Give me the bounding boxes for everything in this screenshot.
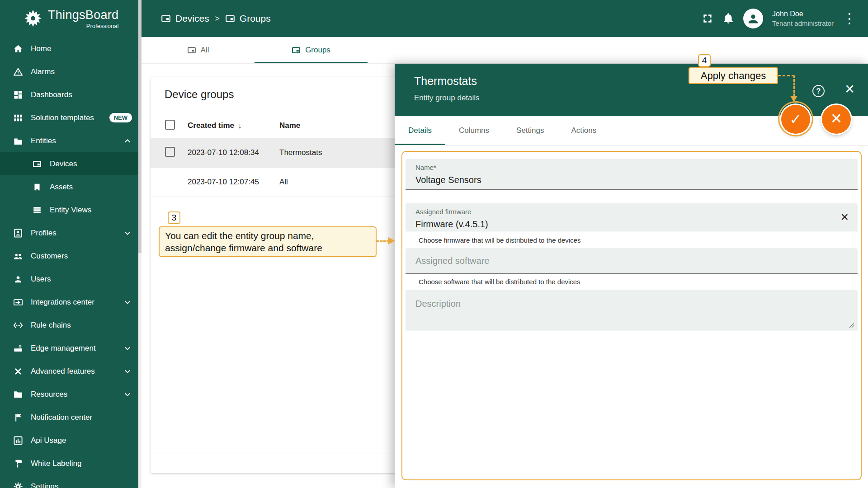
row-checkbox[interactable] xyxy=(165,147,175,157)
sidebar-item-label: Resources xyxy=(31,390,67,399)
tab-actions[interactable]: Actions xyxy=(558,116,610,145)
breadcrumb-groups[interactable]: Groups xyxy=(225,13,271,24)
assigned-firmware-field[interactable]: Assigned firmware Firmware (v.4.5.1) × xyxy=(406,203,858,232)
description-field[interactable]: Description xyxy=(406,290,858,331)
sidebar-item-dashboards[interactable]: Dashboards xyxy=(0,83,138,106)
sidebar-item-label: Notification center xyxy=(31,413,92,422)
user-block[interactable]: John Doe Tenant administrator xyxy=(772,9,834,28)
step-4-callout: Apply changes xyxy=(689,67,778,84)
notifications-bell-icon[interactable] xyxy=(722,13,734,24)
sidebar-item-integrations-center[interactable]: Integrations center xyxy=(0,291,138,314)
user-name: John Doe xyxy=(772,9,834,19)
step-4-connector-line-horizontal xyxy=(778,75,794,76)
edge-router-icon xyxy=(13,343,24,354)
sidebar-item-label: White Labeling xyxy=(31,459,81,468)
firmware-hint: Choose firmware that will be distributed… xyxy=(419,236,858,244)
select-all-checkbox[interactable] xyxy=(165,120,175,130)
sidebar-item-advanced-features[interactable]: Advanced features xyxy=(0,360,138,383)
sidebar-item-label: Dashboards xyxy=(31,90,72,99)
clear-firmware-icon[interactable]: × xyxy=(840,209,849,225)
tab-label: All xyxy=(201,46,209,55)
name-value: Voltage Sensors xyxy=(415,175,848,185)
profiles-icon xyxy=(13,228,24,239)
breadcrumb: Devices > Groups xyxy=(161,13,271,24)
description-placeholder: Description xyxy=(415,299,848,309)
sidebar-item-users[interactable]: Users xyxy=(0,267,138,291)
resize-handle[interactable] xyxy=(849,323,854,328)
assets-icon xyxy=(32,182,42,192)
drawer-subtitle: Entity group details xyxy=(414,94,868,103)
tab-details[interactable]: Details xyxy=(395,116,445,145)
sidebar-item-alarms[interactable]: Alarms xyxy=(0,60,138,83)
sidebar-item-customers[interactable]: Customers xyxy=(0,244,138,267)
rule-chains-icon xyxy=(13,320,24,331)
entities-icon xyxy=(13,136,24,146)
tab-all[interactable]: All xyxy=(142,37,255,63)
sidebar-item-label: Profiles xyxy=(31,229,57,238)
close-icon: × xyxy=(831,108,842,129)
devices-icon xyxy=(161,14,171,23)
sidebar-nav: Home Alarms Dashboards Solution template… xyxy=(0,37,138,488)
sidebar-item-settings[interactable]: Settings xyxy=(0,475,138,488)
sidebar-item-edge-management[interactable]: Edge management xyxy=(0,337,138,360)
form-highlight-outline: Name* Voltage Sensors Assigned firmware … xyxy=(401,151,862,480)
dashboards-icon xyxy=(13,89,24,100)
app-edition: Professional xyxy=(48,23,118,29)
sidebar-item-devices[interactable]: Devices xyxy=(0,152,138,175)
sidebar-item-label: Alarms xyxy=(31,67,55,76)
drawer-title: Thermostats xyxy=(414,75,868,88)
app-logo[interactable]: ThingsBoard Professional xyxy=(0,0,138,37)
integrations-icon xyxy=(13,297,24,308)
chevron-down-icon xyxy=(123,367,132,376)
help-icon[interactable]: ? xyxy=(812,85,825,97)
devices-icon xyxy=(225,14,235,23)
devices-icon xyxy=(292,46,301,55)
sidebar-item-resources[interactable]: Resources xyxy=(0,383,138,406)
step-3-arrow xyxy=(388,237,395,244)
sidebar-item-entity-views[interactable]: Entity Views xyxy=(0,198,138,221)
sidebar-item-profiles[interactable]: Profiles xyxy=(0,221,138,244)
app-name: ThingsBoard xyxy=(48,8,118,22)
sidebar-item-label: Users xyxy=(31,275,51,284)
sort-desc-icon[interactable]: ↓ xyxy=(238,121,242,131)
tab-groups[interactable]: Groups xyxy=(255,37,368,63)
chevron-down-icon xyxy=(123,344,132,353)
cancel-changes-button[interactable]: × xyxy=(822,105,851,134)
tab-columns[interactable]: Columns xyxy=(445,116,503,145)
sidebar-item-assets[interactable]: Assets xyxy=(0,175,138,198)
sidebar-item-white-labeling[interactable]: White Labeling xyxy=(0,452,138,475)
step-4-connector-line-vertical xyxy=(793,75,795,96)
chevron-down-icon xyxy=(123,298,132,307)
avatar[interactable] xyxy=(743,9,763,28)
sidebar-item-api-usage[interactable]: Api Usage xyxy=(0,429,138,452)
kebab-menu-icon[interactable]: ⋮ xyxy=(843,12,856,25)
help-glyph: ? xyxy=(816,87,821,95)
scrollbar-thumb[interactable] xyxy=(138,0,142,253)
chevron-up-icon xyxy=(123,136,132,145)
sidebar-item-label: Solution templates xyxy=(31,113,94,122)
entity-views-icon xyxy=(32,205,42,216)
tab-settings[interactable]: Settings xyxy=(503,116,557,145)
fullscreen-icon[interactable] xyxy=(702,13,713,24)
sidebar-item-rule-chains[interactable]: Rule chains xyxy=(0,314,138,337)
sidebar-item-label: Entities xyxy=(31,136,56,145)
top-bar: Devices > Groups John Doe Tenant adminis… xyxy=(142,0,868,37)
sidebar-item-home[interactable]: Home xyxy=(0,37,138,60)
sidebar-item-solution-templates[interactable]: Solution templates NEW xyxy=(0,106,138,129)
sidebar-scrollbar[interactable] xyxy=(138,0,142,488)
software-placeholder: Assigned software xyxy=(415,256,489,266)
step-3-connector-line xyxy=(377,240,389,242)
name-field[interactable]: Name* Voltage Sensors xyxy=(406,159,858,190)
assigned-software-field[interactable]: Assigned software xyxy=(406,248,858,274)
sidebar-item-notification-center[interactable]: Notification center xyxy=(0,406,138,429)
column-created-time[interactable]: Created time xyxy=(188,121,234,130)
sidebar-item-label: Settings xyxy=(31,482,58,488)
breadcrumb-devices[interactable]: Devices xyxy=(161,13,209,24)
sidebar-item-label: Home xyxy=(31,44,51,53)
thingsboard-logo-icon xyxy=(24,9,42,28)
sidebar-item-label: Entity Views xyxy=(50,206,91,215)
close-icon[interactable]: × xyxy=(845,80,854,98)
sidebar-item-entities[interactable]: Entities xyxy=(0,129,138,152)
sidebar: ThingsBoard Professional Home Alarms Das… xyxy=(0,0,138,488)
cell-created-time: 2023-07-10 12:07:45 xyxy=(188,178,279,187)
